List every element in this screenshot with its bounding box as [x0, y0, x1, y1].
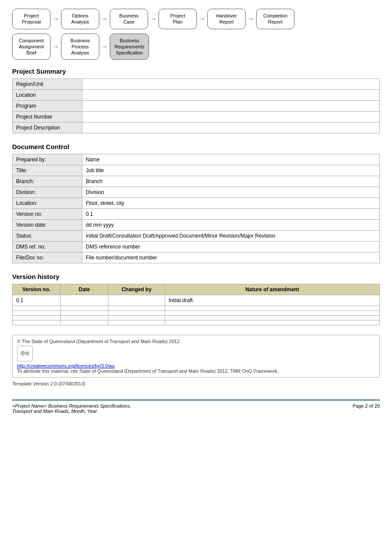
flow-box: Business Process Analysis	[61, 34, 99, 60]
column-header: Nature of amendment	[165, 284, 380, 295]
flow-box: Business Requirements Specification	[110, 34, 149, 60]
label-cell: DMS ref. no:	[13, 242, 82, 252]
flow-row-2: Component Assignment Brief→Business Proc…	[12, 34, 380, 60]
table-cell	[108, 306, 165, 311]
flow-box: Completion Report	[256, 9, 294, 29]
table-row	[13, 320, 380, 325]
label-cell: Version date:	[13, 220, 82, 231]
page-footer-right: Page 2 of 20	[353, 403, 380, 414]
table-cell	[165, 316, 380, 320]
label-cell: Location:	[13, 198, 82, 209]
label-cell: Location	[13, 90, 82, 101]
table-cell	[13, 311, 61, 316]
table-row: 0.1Initial draft.	[13, 295, 380, 306]
flow-box: Component Assignment Brief	[12, 34, 51, 60]
value-cell: File number/document number	[82, 252, 380, 263]
table-cell	[108, 311, 165, 316]
table-row: DMS ref. no:DMS reference number	[13, 242, 380, 252]
value-cell: Job title	[82, 165, 380, 176]
label-cell: Region/Unit	[13, 79, 82, 90]
table-row: Project Description	[13, 123, 380, 133]
table-cell	[61, 306, 108, 311]
page-footer-left: <Project Name> Business Requirements Spe…	[12, 403, 131, 414]
label-cell: Program	[13, 101, 82, 112]
value-cell	[82, 112, 380, 123]
column-header: Date	[61, 284, 108, 295]
table-row: Prepared by:Name	[13, 154, 380, 165]
table-row: Location:Floor, street, city	[13, 198, 380, 209]
copyright-box: © The State of Queensland (Department of…	[12, 335, 380, 378]
table-row: Project Number	[13, 112, 380, 123]
project-summary-table: Region/UnitLocationProgramProject Number…	[12, 78, 380, 133]
cc-url-link[interactable]: http://creativecommons.org/licences/by/3…	[17, 363, 115, 368]
flow-box: Handover Report	[207, 9, 246, 29]
table-row: Location	[13, 90, 380, 101]
copyright-line: © The State of Queensland (Department of…	[17, 339, 375, 344]
label-cell: Title:	[13, 165, 82, 176]
value-cell: Initial Draft/Consultation Draft/Approve…	[82, 231, 380, 242]
table-row	[13, 311, 380, 316]
table-row: File/Doc no:File number/document number	[13, 252, 380, 263]
table-row: Version date:dd mm yyyy	[13, 220, 380, 231]
flow-arrow: →	[101, 43, 108, 51]
project-summary-section: Project Summary Region/UnitLocationProgr…	[12, 68, 380, 133]
value-cell: dd mm yyyy	[82, 220, 380, 231]
table-row: Branch:Branch	[13, 176, 380, 187]
table-cell	[108, 295, 165, 306]
table-cell	[61, 295, 108, 306]
cc-icon: ⓒ ⓒ	[17, 346, 33, 361]
table-row: Status:Initial Draft/Consultation Draft/…	[13, 231, 380, 242]
value-cell	[82, 123, 380, 133]
flow-row-1: Project Proposal→Options Analysis→Busine…	[12, 9, 380, 29]
value-cell: Name	[82, 154, 380, 165]
table-row: Version no:0.1	[13, 209, 380, 220]
table-row	[13, 316, 380, 320]
label-cell: Division:	[13, 187, 82, 198]
label-cell: File/Doc no:	[13, 252, 82, 263]
table-cell	[165, 306, 380, 311]
flow-box: Business Case	[110, 9, 148, 29]
label-cell: Version no:	[13, 209, 82, 220]
cc-url[interactable]: http://creativecommons.org/licences/by/3…	[17, 363, 375, 368]
template-version: Template Version 2.0 (07/08/2013)	[12, 381, 380, 386]
label-cell: Project Number	[13, 112, 82, 123]
label-cell: Status:	[13, 231, 82, 242]
table-cell	[165, 320, 380, 325]
value-cell: DMS reference number	[82, 242, 380, 252]
table-cell	[108, 320, 165, 325]
version-history-section: Version history Version no.DateChanged b…	[12, 273, 380, 325]
cc-wrapper: ⓒ ⓒ	[17, 346, 375, 361]
table-row: Region/Unit	[13, 79, 380, 90]
table-cell: 0.1	[13, 295, 61, 306]
table-row: Program	[13, 101, 380, 112]
table-cell	[108, 316, 165, 320]
flow-diagram-section: Project Proposal→Options Analysis→Busine…	[12, 9, 380, 60]
label-cell: Prepared by:	[13, 154, 82, 165]
flow-box: Options Analysis	[61, 9, 99, 29]
table-cell: Initial draft.	[165, 295, 380, 306]
flow-arrow: →	[247, 15, 254, 23]
flow-box: Project Proposal	[12, 9, 51, 29]
table-cell	[61, 316, 108, 320]
flow-arrow: →	[101, 15, 108, 23]
table-cell	[13, 320, 61, 325]
value-cell	[82, 90, 380, 101]
table-cell	[13, 316, 61, 320]
page-footer: <Project Name> Business Requirements Spe…	[12, 399, 380, 414]
value-cell: 0.1	[82, 209, 380, 220]
version-history-title: Version history	[12, 273, 380, 280]
table-cell	[13, 306, 61, 311]
flow-arrow: →	[150, 15, 157, 23]
label-cell: Branch:	[13, 176, 82, 187]
table-row: Title:Job title	[13, 165, 380, 176]
value-cell	[82, 101, 380, 112]
project-summary-title: Project Summary	[12, 68, 380, 75]
flow-arrow: →	[52, 15, 59, 23]
value-cell: Branch	[82, 176, 380, 187]
value-cell: Floor, street, city	[82, 198, 380, 209]
flow-box: Project Plan	[159, 9, 197, 29]
column-header: Changed by	[108, 284, 165, 295]
table-cell	[165, 311, 380, 316]
label-cell: Project Description	[13, 123, 82, 133]
version-history-table: Version no.DateChanged byNature of amend…	[12, 284, 380, 325]
